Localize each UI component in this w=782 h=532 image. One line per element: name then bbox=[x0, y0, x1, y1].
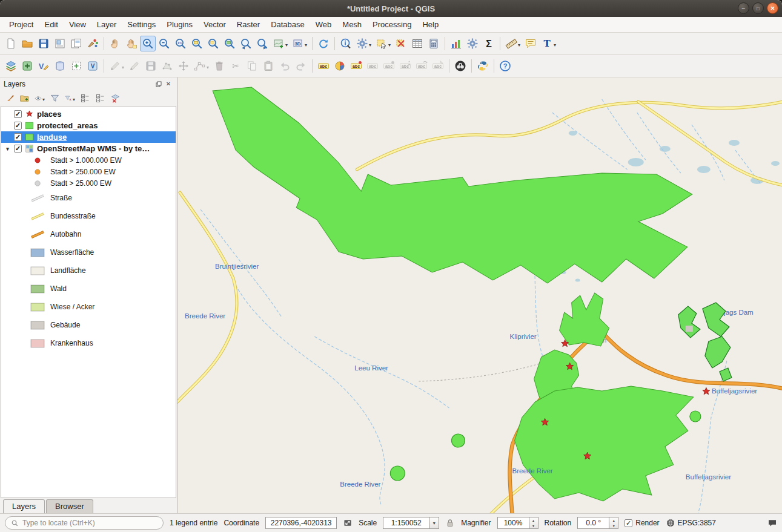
pin-unpin-labels-button[interactable] bbox=[381, 58, 397, 74]
menu-edit[interactable]: Edit bbox=[39, 18, 63, 31]
menu-database[interactable]: Database bbox=[265, 18, 310, 31]
collapse-all-button[interactable] bbox=[93, 91, 107, 105]
help-button[interactable] bbox=[497, 58, 513, 74]
legend-item[interactable]: Wiese / Acker bbox=[1, 298, 176, 316]
zoom-to-layer-button[interactable] bbox=[222, 36, 237, 51]
open-layer-styling-button[interactable] bbox=[2, 91, 16, 105]
save-project-button[interactable] bbox=[36, 36, 51, 51]
tab-browser[interactable]: Browser bbox=[46, 499, 93, 513]
manage-map-themes-button[interactable] bbox=[33, 91, 47, 105]
remove-layer-button[interactable] bbox=[108, 91, 122, 105]
legend-item[interactable]: Wasserfläche bbox=[1, 243, 176, 261]
new-geopackage-layer-button[interactable] bbox=[19, 58, 35, 74]
rotation-spin-buttons[interactable]: ▴▾ bbox=[609, 517, 618, 529]
expand-all-button[interactable] bbox=[78, 91, 92, 105]
menu-web[interactable]: Web bbox=[310, 18, 337, 31]
menu-raster[interactable]: Raster bbox=[231, 18, 265, 31]
layer-checkbox-protected-areas[interactable] bbox=[14, 122, 22, 130]
zoom-out-button[interactable] bbox=[156, 36, 172, 51]
deselect-features-button[interactable] bbox=[393, 36, 409, 51]
layer-item-landuse[interactable]: landuse bbox=[1, 131, 176, 143]
new-3d-map-view-button[interactable] bbox=[290, 36, 309, 51]
current-edits-button[interactable] bbox=[107, 58, 126, 74]
locator-search[interactable]: Type to locate (Ctrl+K) bbox=[5, 516, 164, 530]
layer-diagram-options-button[interactable] bbox=[332, 58, 348, 74]
menu-view[interactable]: View bbox=[64, 18, 91, 31]
menu-vector[interactable]: Vector bbox=[198, 18, 231, 31]
save-layer-edits-button[interactable] bbox=[143, 58, 159, 74]
menu-processing[interactable]: Processing bbox=[367, 18, 417, 31]
maximize-button[interactable] bbox=[752, 2, 764, 14]
open-attribute-table-button[interactable] bbox=[409, 36, 425, 51]
change-label-properties-button[interactable] bbox=[430, 58, 446, 74]
show-hide-labels-button[interactable] bbox=[365, 58, 380, 74]
open-data-source-manager-button[interactable] bbox=[3, 58, 19, 74]
legend-item[interactable]: Stadt > 25.000 EW bbox=[1, 177, 176, 189]
new-virtual-layer-button[interactable] bbox=[85, 58, 101, 74]
move-label-button[interactable] bbox=[397, 58, 413, 74]
zoom-to-selection-button[interactable] bbox=[205, 36, 221, 51]
zoom-next-button[interactable] bbox=[254, 36, 270, 51]
vertex-tool-button[interactable] bbox=[192, 58, 211, 74]
rotate-label-button[interactable] bbox=[414, 58, 429, 74]
magnifier-spin-buttons[interactable]: ▴▾ bbox=[529, 517, 538, 529]
map-tips-button[interactable] bbox=[523, 36, 538, 51]
refresh-map-button[interactable] bbox=[316, 36, 331, 51]
legend-item[interactable]: Gebäude bbox=[1, 316, 176, 334]
measure-line-button[interactable] bbox=[503, 36, 522, 51]
new-print-layout-button[interactable] bbox=[52, 36, 68, 51]
title-bar[interactable]: *Untitled Project - QGIS bbox=[0, 0, 782, 17]
open-project-button[interactable] bbox=[19, 36, 35, 51]
magnifier-input[interactable] bbox=[497, 517, 529, 529]
undo-button[interactable] bbox=[277, 58, 293, 74]
layer-labeling-options-button[interactable] bbox=[316, 58, 331, 74]
identify-features-button[interactable] bbox=[338, 36, 354, 51]
run-feature-action-button[interactable] bbox=[354, 36, 373, 51]
zoom-full-button[interactable] bbox=[189, 36, 205, 51]
menu-layer[interactable]: Layer bbox=[91, 18, 122, 31]
toggle-editing-button[interactable] bbox=[127, 58, 142, 74]
rotation-input[interactable] bbox=[577, 517, 609, 529]
new-project-button[interactable] bbox=[3, 36, 19, 51]
messages-icon[interactable] bbox=[767, 518, 777, 528]
legend-item[interactable]: Bundesstraße bbox=[1, 207, 176, 225]
layer-item-protected-areas[interactable]: protected_areas bbox=[1, 120, 176, 131]
layer-checkbox-wms[interactable] bbox=[14, 145, 22, 153]
coordinate-input[interactable] bbox=[265, 517, 337, 529]
zoom-native-button[interactable]: 1:1 bbox=[173, 36, 188, 51]
copy-features-button[interactable] bbox=[244, 58, 260, 74]
legend-item[interactable]: Stadt > 1.000.000 EW bbox=[1, 154, 176, 166]
pan-map-button[interactable] bbox=[107, 36, 123, 51]
zoom-in-button[interactable] bbox=[140, 36, 156, 51]
add-group-button[interactable] bbox=[18, 91, 31, 105]
legend-item[interactable]: Straße bbox=[1, 189, 176, 207]
extents-toggle-icon[interactable] bbox=[343, 518, 353, 528]
move-feature-button[interactable] bbox=[176, 58, 191, 74]
new-temporary-scratch-layer-button[interactable] bbox=[68, 58, 84, 74]
filter-legend-button[interactable] bbox=[48, 91, 62, 105]
scale-dropdown-button[interactable]: ▾ bbox=[429, 517, 439, 529]
render-toggle[interactable]: Render bbox=[625, 519, 659, 527]
osm-place-search-button[interactable] bbox=[452, 58, 468, 74]
legend-item[interactable]: Wald bbox=[1, 280, 176, 298]
open-field-calculator-button[interactable] bbox=[426, 36, 442, 51]
legend-item[interactable]: Landfläche bbox=[1, 261, 176, 280]
select-features-button[interactable] bbox=[374, 36, 393, 51]
lock-scale-icon[interactable] bbox=[445, 518, 455, 528]
zoom-last-button[interactable] bbox=[238, 36, 254, 51]
panel-float-button[interactable] bbox=[154, 79, 164, 88]
style-manager-button[interactable] bbox=[85, 36, 101, 51]
close-button[interactable] bbox=[767, 2, 778, 14]
scale-input[interactable] bbox=[383, 517, 429, 529]
legend-item[interactable]: Autobahn bbox=[1, 225, 176, 243]
layer-checkbox-landuse[interactable] bbox=[14, 133, 22, 141]
expander-icon[interactable] bbox=[4, 146, 11, 152]
show-layout-manager-button[interactable] bbox=[68, 36, 84, 51]
panel-close-button[interactable] bbox=[164, 79, 173, 88]
raster-histogram-button[interactable] bbox=[448, 36, 464, 51]
legend-item[interactable]: Stadt > 250.000 EW bbox=[1, 166, 176, 177]
layer-checkbox-places[interactable] bbox=[14, 110, 22, 118]
new-map-view-button[interactable] bbox=[271, 36, 290, 51]
crs-button[interactable]: EPSG:3857 bbox=[666, 518, 716, 528]
paste-features-button[interactable] bbox=[260, 58, 276, 74]
